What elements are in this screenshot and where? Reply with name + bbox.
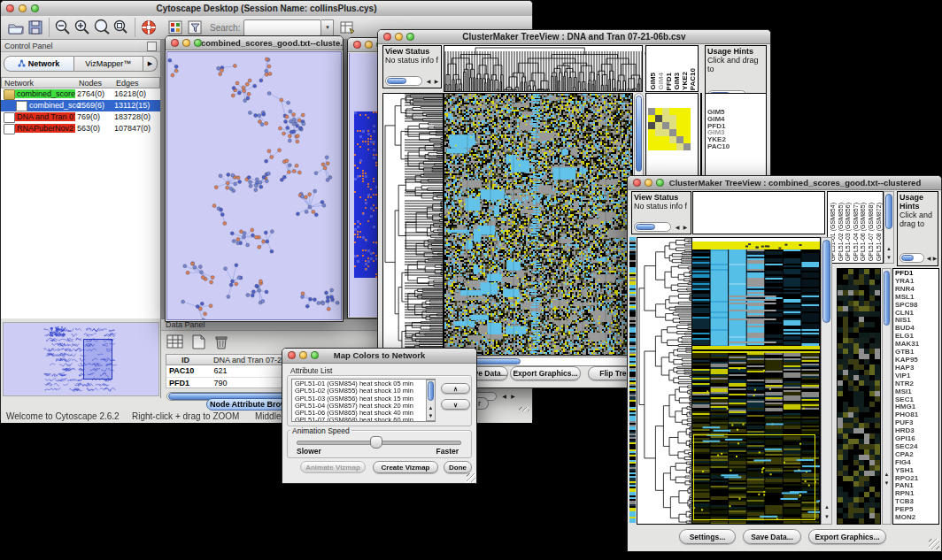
dialog-titlebar[interactable]: Map Colors to Network (282, 349, 476, 364)
minimize-icon[interactable] (395, 33, 403, 41)
view-status-scrollbar[interactable] (385, 76, 422, 86)
scroll-up-icon[interactable]: ▲ (885, 245, 892, 252)
zoom-window-icon[interactable] (194, 39, 202, 47)
top-dendrogram-area[interactable] (692, 191, 825, 234)
matrix-cell[interactable] (648, 129, 655, 136)
matrix-cell[interactable] (669, 129, 676, 136)
matrix-cell[interactable] (655, 122, 662, 129)
help-lifering-icon[interactable] (139, 18, 158, 37)
matrix-cell[interactable] (683, 136, 691, 143)
row-dendrogram-canvas[interactable] (383, 94, 443, 355)
scroll-right-icon[interactable]: ▶ (932, 255, 938, 262)
scroll-left-icon[interactable]: ◀ (425, 78, 432, 85)
zoom-window-icon[interactable] (656, 179, 664, 187)
search-dropdown-button[interactable]: ▼ (321, 19, 334, 36)
scroll-left-icon[interactable]: ◀ (926, 255, 931, 262)
matrix-cell[interactable] (648, 143, 655, 150)
matrix-cell[interactable] (683, 129, 691, 136)
settings-button[interactable]: Settings... (679, 529, 736, 544)
matrix-cell[interactable] (669, 136, 676, 143)
matrix-cell[interactable] (676, 143, 683, 150)
search-input[interactable] (243, 19, 321, 36)
heatmap-vscrollbar[interactable]: ▲ ▼ (821, 237, 832, 525)
global-overview-strip[interactable] (629, 237, 636, 523)
column-labels-scrollbar[interactable]: ▲ ▼ (884, 191, 894, 264)
network-tree-row[interactable]: combined_scores 2764(0) 16218(0) (1, 88, 160, 100)
id-col-header[interactable]: ID (166, 354, 212, 365)
table-select-icon[interactable] (166, 334, 184, 354)
scroll-down-icon[interactable]: ▼ (885, 254, 892, 261)
done-button[interactable]: Done (444, 461, 472, 473)
tab-network[interactable]: Network (4, 56, 74, 72)
create-vizmap-button[interactable]: Create Vizmap (373, 461, 438, 473)
close-icon[interactable] (353, 41, 361, 49)
animate-vizmap-button[interactable]: Animate Vizmap (300, 461, 366, 473)
overview-viewport-rect[interactable] (83, 339, 112, 380)
scroll-left-icon[interactable]: ◀ (500, 393, 508, 400)
scroll-up-icon[interactable]: ▲ (428, 404, 434, 411)
network-overview-panel[interactable] (3, 322, 159, 396)
matrix-cell[interactable] (655, 115, 662, 122)
matrix-cell[interactable] (648, 115, 655, 122)
usage-hints-scrollbar[interactable] (900, 253, 924, 263)
network-tree-row[interactable]: combined_sco 2569(6) 13112(15) (1, 100, 160, 111)
matrix-cell[interactable] (683, 143, 691, 150)
zoom-window-icon[interactable] (311, 351, 319, 359)
matrix-cell[interactable] (662, 108, 669, 115)
vizmapper-nodes-icon[interactable] (166, 18, 185, 37)
minimize-icon[interactable] (645, 179, 652, 187)
move-up-button[interactable]: ∧ (441, 383, 470, 394)
matrix-cell[interactable] (683, 115, 691, 122)
scroll-right-icon[interactable]: ▶ (682, 224, 689, 231)
float-panel-icon[interactable] (147, 42, 157, 51)
scroll-right-icon[interactable]: ▶ (433, 78, 440, 85)
treeview2-resize-grip[interactable] (929, 539, 939, 549)
attribute-listbox[interactable]: GPL51-01 (GSM854) heat shock 05 minGPL51… (291, 379, 436, 422)
matrix-cell[interactable] (662, 143, 669, 150)
tab-overflow-button[interactable]: ▶ (143, 56, 158, 72)
matrix-cell[interactable] (676, 115, 683, 122)
matrix-cell[interactable] (662, 136, 669, 143)
scroll-left-icon[interactable]: ◀ (674, 224, 681, 231)
attribute-list-scrollbar[interactable]: ▲ ▼ (426, 380, 436, 421)
matrix-cell[interactable] (648, 136, 655, 143)
matrix-cell[interactable] (662, 122, 669, 129)
minimize-icon[interactable] (182, 39, 190, 47)
dialog-resize-grip[interactable] (467, 473, 475, 482)
zoom-window-icon[interactable] (406, 33, 414, 41)
matrix-cell[interactable] (655, 136, 662, 143)
new-attribute-icon[interactable] (189, 334, 207, 354)
matrix-cell[interactable] (655, 129, 662, 136)
save-data-button[interactable]: Save Data... (743, 529, 801, 544)
speed-slider-thumb[interactable] (370, 436, 382, 449)
matrix-cell[interactable] (662, 129, 669, 136)
zoom-fit-icon[interactable] (112, 18, 131, 37)
tv2-column-labels[interactable]: GPL51-01 (GSM854)GPL51-02 (GSM855)GPL51-… (827, 191, 884, 264)
minimize-icon[interactable] (299, 351, 307, 359)
edges-col-header[interactable]: Edges (113, 77, 160, 88)
zoom-in-icon[interactable] (73, 18, 92, 37)
scroll-up-icon[interactable]: ▲ (884, 471, 890, 478)
scroll-down-icon[interactable]: ▼ (428, 412, 434, 419)
matrix-cell[interactable] (669, 108, 676, 115)
minimize-icon[interactable] (19, 4, 27, 12)
matrix-cell[interactable] (648, 108, 655, 115)
close-icon[interactable] (288, 351, 296, 359)
treeview1-titlebar[interactable]: ClusterMaker TreeView : DNA and Tran 07-… (378, 30, 770, 44)
network-tree-row[interactable]: DNA and Tran 07 769(0) 183728(0) (1, 111, 160, 123)
similarity-matrix[interactable] (648, 108, 691, 150)
selected-genes-heatmap-canvas[interactable] (838, 269, 880, 524)
scroll-up-icon[interactable]: ▲ (823, 503, 830, 510)
tv1-column-labels[interactable]: GIM5GIM4PFD1GIM3YKE2PAC10 (645, 45, 699, 92)
export-graphics-button[interactable]: Export Graphics... (808, 529, 886, 544)
matrix-cell[interactable] (676, 122, 683, 129)
zoom-out-icon[interactable] (53, 18, 73, 37)
zoom-window-icon[interactable] (31, 4, 39, 12)
zoom-selected-icon[interactable] (92, 18, 112, 37)
network-graph-canvas[interactable] (167, 52, 341, 319)
scroll-down-icon[interactable]: ▼ (823, 513, 830, 520)
matrix-cell[interactable] (669, 122, 676, 129)
matrix-cell[interactable] (655, 108, 662, 115)
delete-attribute-trash-icon[interactable] (212, 334, 230, 354)
heatmap-selection-rect[interactable] (693, 434, 815, 520)
